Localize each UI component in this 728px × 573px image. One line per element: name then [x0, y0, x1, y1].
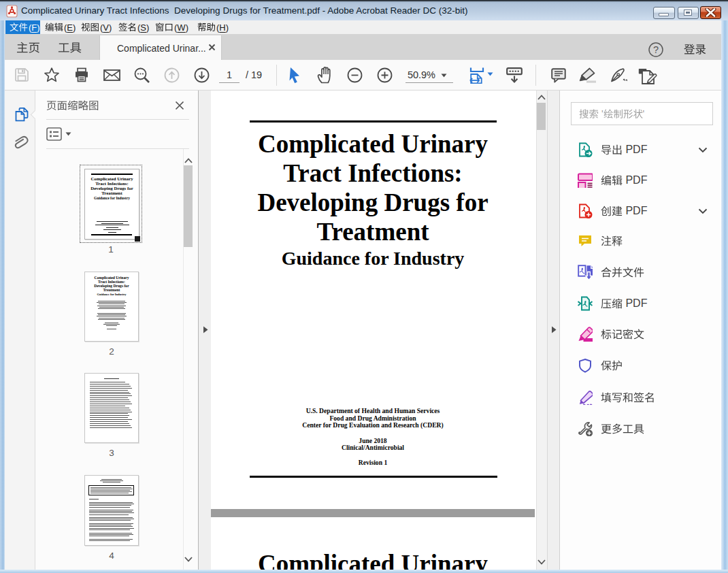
svg-text:?: ? [653, 44, 659, 55]
